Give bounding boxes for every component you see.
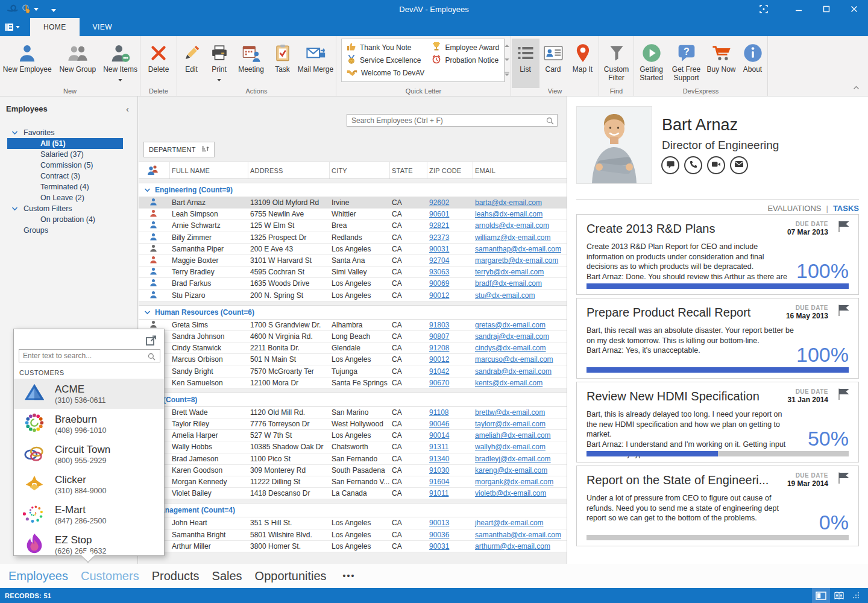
nav-item-overflow[interactable]: ••• (339, 571, 356, 581)
application-menu-button[interactable] (0, 18, 24, 36)
table-row[interactable]: Ken Samuelson12100 Mora DrSanta Fe Sprin… (139, 377, 567, 389)
ribbon-button-print[interactable]: Print (206, 39, 233, 88)
email-link[interactable]: jheart@dx-email.com (475, 519, 544, 527)
gallery-item-service-excellence[interactable]: Service Excellence (343, 54, 428, 66)
nav-item-customers[interactable]: Customers (81, 569, 139, 583)
customer-item-e-mart[interactable]: E-Mart(847) 286-2500 (14, 499, 164, 529)
sidebar-item-salaried-37[interactable]: Salaried (37) (7, 149, 123, 160)
gallery-item-employee-award[interactable]: Employee Award (428, 41, 503, 54)
email-link[interactable]: taylorr@dx-email.com (475, 420, 546, 428)
zip-link[interactable]: 91011 (429, 489, 448, 497)
ribbon-button-new-items[interactable]: New Items (101, 39, 140, 88)
zip-link[interactable]: 91042 (429, 367, 449, 376)
minimize-button[interactable] (785, 0, 813, 18)
table-row[interactable]: Terry Bradley4595 Cochran StSimi ValleyC… (139, 267, 567, 278)
column-header-state[interactable]: STATE (390, 162, 427, 178)
email-link[interactable]: arnolds@dx-email.com (475, 221, 549, 230)
sidebar-section-groups[interactable]: Groups (0, 225, 137, 236)
email-link[interactable]: violetb@dx-email.com (475, 489, 546, 497)
sidebar-collapse-button[interactable]: ‹ (126, 104, 131, 114)
zip-link[interactable]: 92821 (429, 221, 449, 230)
group-row-engineering-count-9[interactable]: Engineering (Count=9) (139, 183, 567, 197)
zip-link[interactable]: 90601 (429, 210, 449, 218)
zip-link[interactable]: 91030 (429, 466, 449, 475)
data-view-toggle-button[interactable] (830, 588, 848, 603)
zip-link[interactable]: 90014 (429, 431, 449, 440)
table-row[interactable]: Samantha Piper200 E Ave 43Los AngelesCA9… (139, 244, 567, 255)
ribbon-button-getting-started[interactable]: Getting Started (635, 39, 668, 88)
ribbon-button-get-free-support[interactable]: ?Get Free Support (668, 39, 705, 88)
task-card[interactable]: Report on the State of Engineeri...DUE D… (576, 466, 859, 546)
customer-item-circuit-town[interactable]: Circuit Town(800) 955-2929 (14, 439, 164, 469)
gallery-item-thank-you-note[interactable]: Thank You Note (343, 41, 428, 54)
zip-link[interactable]: 90807 (429, 332, 449, 341)
zip-link[interactable]: 90013 (429, 519, 449, 527)
zip-link[interactable]: 90036 (429, 531, 449, 539)
email-link[interactable]: margaretb@dx-email.com (475, 256, 558, 265)
group-by-department-chip[interactable]: DEPARTMENT (143, 142, 215, 157)
email-link[interactable]: samanthab@dx-email.com (475, 531, 561, 539)
ribbon-button-about[interactable]: About (738, 39, 767, 88)
email-link[interactable]: samanthap@dx-email.com (475, 245, 561, 253)
email-link[interactable]: stu@dx-email.com (475, 291, 535, 300)
email-link[interactable]: kareng@dx-email.com (475, 466, 547, 475)
zip-link[interactable]: 91108 (429, 408, 448, 417)
email-link[interactable]: leahs@dx-email.com (475, 210, 542, 218)
table-row[interactable]: Arnie Schwartz125 W Elm StBreaCA92821arn… (139, 220, 567, 232)
ribbon-tab-home[interactable]: HOME (30, 18, 80, 36)
zip-link[interactable]: 90031 (429, 245, 449, 253)
gallery-item-probation-notice[interactable]: Probation Notice (428, 54, 503, 66)
ribbon-button-new-employee[interactable]: New Employee (0, 39, 54, 88)
zip-link[interactable]: 90069 (429, 279, 449, 288)
ribbon-button-task[interactable]: Task (269, 39, 296, 88)
sidebar-item-on-probation-4[interactable]: On probation (4) (7, 214, 123, 225)
table-row[interactable]: Samantha Bright5801 Wilshire Blvd.Los An… (139, 529, 567, 541)
zip-link[interactable]: 90031 (429, 542, 449, 551)
ribbon-button-mail-merge[interactable]: Mail Merge (296, 39, 336, 88)
table-row[interactable]: Stu Pizaro200 N. Spring StLos AngelesCA9… (139, 290, 567, 302)
sidebar-item-contract-3[interactable]: Contract (3) (7, 171, 123, 182)
flag-icon[interactable] (837, 387, 851, 403)
zip-link[interactable]: 91803 (429, 321, 449, 329)
sidebar-item-on-leave-2[interactable]: On Leave (2) (7, 192, 123, 203)
table-row[interactable]: Bart Arnaz13109 Old Myford RdIrvineCA926… (139, 197, 567, 209)
sidebar-item-all-51[interactable]: All (51) (7, 138, 123, 149)
customer-item-braeburn[interactable]: Braeburn(408) 996-1010 (14, 409, 164, 439)
ribbon-button-edit[interactable]: Edit (178, 39, 206, 88)
email-link[interactable]: williamz@dx-email.com (475, 233, 551, 242)
column-header-email[interactable]: EMAIL (473, 162, 567, 178)
task-card[interactable]: Prepare Product Recall ReportDUE DATE16 … (576, 298, 859, 379)
reading-pane-toggle-button[interactable] (812, 588, 830, 603)
email-link[interactable]: ameliah@dx-email.com (475, 431, 551, 440)
table-row[interactable]: Violet Bailey1418 Descanso DrLa CanadaCA… (139, 488, 567, 499)
email-link[interactable]: sandrab@dx-email.com (475, 367, 552, 376)
gallery-scroll-up[interactable] (505, 39, 509, 53)
email-link[interactable]: sandraj@dx-email.com (475, 332, 549, 341)
resize-grip[interactable] (852, 590, 860, 601)
email-link[interactable]: barta@dx-email.com (475, 198, 542, 207)
nav-item-employees[interactable]: Employees (8, 569, 68, 583)
customer-item-clicker[interactable]: Clicker(310) 884-9000 (14, 469, 164, 499)
sidebar-section-favorites[interactable]: Favorites (0, 127, 137, 138)
ribbon-button-buy-now[interactable]: Buy Now (705, 39, 738, 88)
customer-search-input[interactable] (19, 349, 160, 362)
table-row[interactable]: Sandy Bright7570 McGroarty TerTujungaCA9… (139, 365, 567, 377)
qat-customize-button[interactable] (51, 4, 56, 14)
zip-link[interactable]: 91604 (429, 478, 449, 486)
table-row[interactable]: Wally Hobbs10385 Shadow Oak DrChatsworth… (139, 441, 567, 453)
email-link[interactable]: bradf@dx-email.com (475, 279, 542, 288)
email-link[interactable]: marcuso@dx-email.com (475, 355, 553, 364)
ribbon-button-custom-filter[interactable]: Custom Filter (600, 39, 634, 88)
table-row[interactable]: Sandra Johnson4600 N Virginia Rd.Long Be… (139, 331, 567, 343)
nav-item-sales[interactable]: Sales (212, 569, 242, 583)
customer-item-acme[interactable]: ACME(310) 536-0611 (14, 379, 164, 409)
tab-tasks[interactable]: TASKS (833, 204, 859, 213)
email-link[interactable]: brettw@dx-email.com (475, 408, 545, 417)
email-link[interactable]: kents@dx-email.com (475, 379, 542, 387)
gallery-expand[interactable] (505, 68, 509, 81)
sidebar-section-custom-filters[interactable]: Custom Filters (0, 203, 137, 214)
email-link[interactable]: arthurm@dx-email.com (475, 542, 550, 551)
close-button[interactable] (840, 0, 868, 18)
email-link[interactable]: cindys@dx-email.com (475, 344, 546, 352)
task-card[interactable]: Create 2013 R&D PlansDUE DATE07 Mar 2013… (576, 214, 859, 295)
